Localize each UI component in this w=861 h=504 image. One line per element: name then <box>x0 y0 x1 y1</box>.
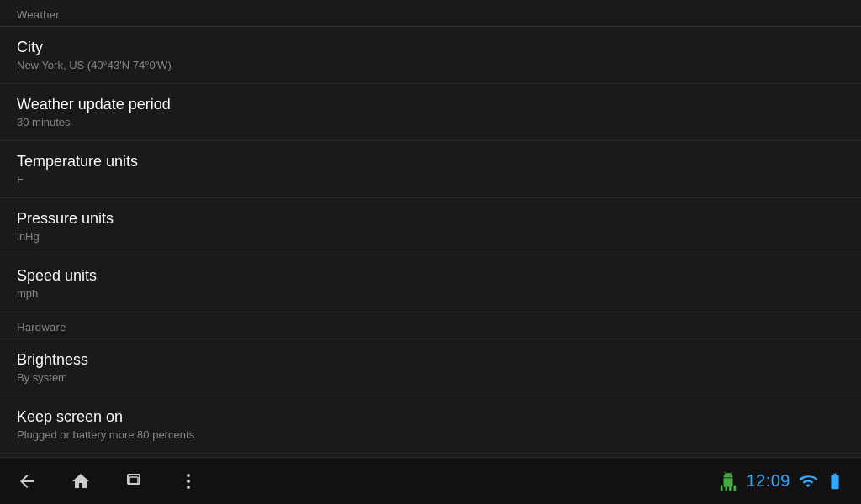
svg-point-3 <box>187 480 190 483</box>
battery-icon <box>826 472 844 491</box>
weather-section-header: Weather <box>0 0 861 26</box>
svg-point-4 <box>187 486 190 489</box>
speed-units-preference[interactable]: Speed units mph <box>0 255 861 312</box>
keep-screen-on-preference[interactable]: Keep screen on Plugged or battery more 8… <box>0 396 861 454</box>
pressure-units-title: Pressure units <box>17 210 844 228</box>
weather-section: Weather City New York, US (40°43'N 74°0'… <box>0 0 861 312</box>
speed-units-subtitle: mph <box>17 287 844 300</box>
weather-update-period-title: Weather update period <box>17 96 844 113</box>
brightness-title: Brightness <box>17 351 844 369</box>
brightness-preference[interactable]: Brightness By system <box>0 339 861 396</box>
home-icon <box>71 471 91 491</box>
home-button[interactable] <box>71 471 91 491</box>
menu-dots-icon <box>178 471 198 491</box>
clock-display: 12:09 <box>746 471 790 491</box>
speed-units-title: Speed units <box>17 267 844 285</box>
city-subtitle: New York, US (40°43'N 74°0'W) <box>17 59 844 71</box>
settings-content: Weather City New York, US (40°43'N 74°0'… <box>0 0 861 457</box>
svg-point-2 <box>187 474 190 477</box>
brightness-subtitle: By system <box>17 371 844 384</box>
temperature-units-title: Temperature units <box>17 153 844 171</box>
weather-update-period-subtitle: 30 minutes <box>17 116 844 129</box>
wifi-icon <box>799 472 817 491</box>
temperature-units-preference[interactable]: Temperature units F <box>0 141 861 198</box>
weather-update-period-preference[interactable]: Weather update period 30 minutes <box>0 84 861 141</box>
temperature-units-subtitle: F <box>17 173 844 186</box>
recents-icon <box>124 471 145 491</box>
pressure-units-subtitle: inHg <box>17 230 844 243</box>
menu-button[interactable] <box>178 471 198 491</box>
recents-button[interactable] <box>124 471 145 491</box>
hardware-section: Hardware Brightness By system Keep scree… <box>0 312 861 454</box>
android-icon <box>719 472 737 491</box>
svg-rect-1 <box>129 477 138 484</box>
navigation-bar: 12:09 <box>0 457 861 504</box>
keep-screen-on-subtitle: Plugged or battery more 80 percents <box>17 428 844 441</box>
status-area: 12:09 <box>719 471 844 491</box>
city-preference[interactable]: City New York, US (40°43'N 74°0'W) <box>0 27 861 84</box>
back-icon <box>17 471 37 491</box>
pressure-units-preference[interactable]: Pressure units inHg <box>0 198 861 255</box>
back-button[interactable] <box>17 471 37 491</box>
nav-buttons <box>17 471 198 491</box>
hardware-section-header: Hardware <box>0 312 861 339</box>
keep-screen-on-title: Keep screen on <box>17 408 844 426</box>
city-title: City <box>17 39 844 56</box>
